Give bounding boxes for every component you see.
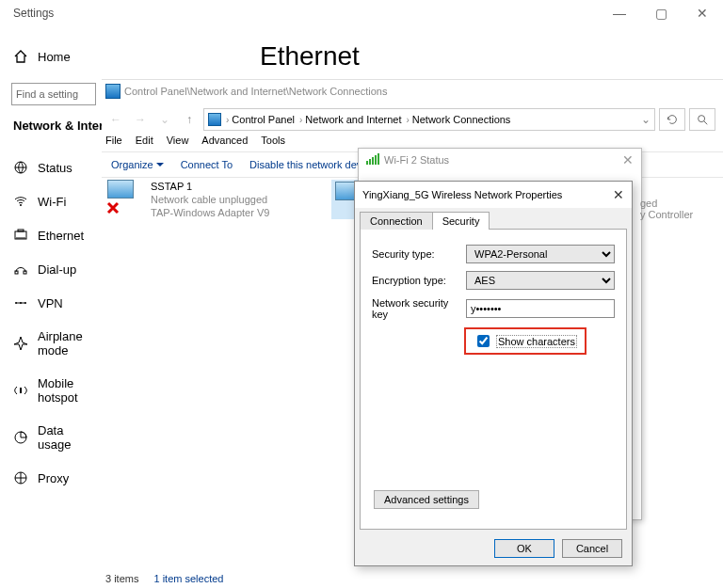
wifi-icon xyxy=(13,194,28,209)
tabs: Connection Security xyxy=(355,208,632,230)
menu-edit[interactable]: Edit xyxy=(136,135,153,146)
crumb-0[interactable]: Control Panel xyxy=(232,114,295,125)
svg-rect-22 xyxy=(378,153,379,165)
sidebar-item-label: Airplane mode xyxy=(38,329,85,358)
sidebar-item-label: Wi-Fi xyxy=(38,195,66,209)
close-button[interactable]: ✕ xyxy=(682,0,723,26)
encryption-type-select[interactable]: AES xyxy=(466,271,615,290)
find-setting-input[interactable]: Find a setting xyxy=(11,83,96,105)
data-usage-icon xyxy=(13,430,28,445)
network-item-sstap[interactable]: SSTAP 1 Network cable unplugged TAP-Wind… xyxy=(105,180,294,219)
chevron-down-icon[interactable]: ⌄ xyxy=(641,113,651,126)
nav-row: ← → ⌄ ↑ ›Control Panel ›Network and Inte… xyxy=(105,108,715,131)
item-sub2: TAP-Windows Adapter V9 xyxy=(151,206,269,219)
svg-rect-5 xyxy=(24,271,26,274)
sidebar-item-airplane[interactable]: Airplane mode xyxy=(0,320,98,367)
breadcrumb[interactable]: ›Control Panel ›Network and Internet ›Ne… xyxy=(203,108,655,131)
item-count: 3 items xyxy=(105,573,138,584)
cancel-button[interactable]: Cancel xyxy=(562,539,622,558)
show-characters-highlight: Show characters xyxy=(464,327,586,355)
ethernet-icon xyxy=(13,228,28,243)
truncated-text-2: y Controller xyxy=(640,209,693,220)
security-key-label: Network security key xyxy=(372,297,466,320)
truncated-text-1: ged xyxy=(640,198,657,209)
error-x-icon xyxy=(105,200,120,215)
show-characters-label: Show characters xyxy=(496,335,577,348)
menu-tools[interactable]: Tools xyxy=(261,135,285,146)
sidebar-item-label: Mobile hotspot xyxy=(38,376,85,405)
advanced-settings-button[interactable]: Advanced settings xyxy=(374,490,479,509)
close-icon[interactable]: ✕ xyxy=(622,152,634,167)
maximize-button[interactable]: ▢ xyxy=(640,0,682,26)
up-button[interactable]: ↑ xyxy=(179,109,200,130)
crumb-1[interactable]: Network and Internet xyxy=(305,114,401,125)
tab-connection[interactable]: Connection xyxy=(360,212,433,230)
svg-point-12 xyxy=(699,116,705,122)
sidebar-item-hotspot[interactable]: Mobile hotspot xyxy=(0,367,98,414)
dialog-title: YingXiang_5G Wireless Network Properties xyxy=(362,189,562,200)
item-sub1: Network cable unplugged xyxy=(151,193,269,206)
sidebar-item-vpn[interactable]: VPN xyxy=(0,286,98,320)
svg-point-1 xyxy=(20,204,22,206)
organize-button[interactable]: Organize xyxy=(111,159,164,170)
svg-rect-4 xyxy=(15,271,18,274)
encryption-type-label: Encryption type: xyxy=(372,275,466,286)
page-title: Ethernet xyxy=(260,41,360,72)
back-button[interactable]: ← xyxy=(105,109,126,130)
sidebar-item-label: Status xyxy=(38,161,72,175)
disable-device-button[interactable]: Disable this network device xyxy=(249,159,375,170)
item-selected: 1 item selected xyxy=(153,573,223,584)
svg-rect-3 xyxy=(18,230,24,231)
show-characters-checkbox[interactable] xyxy=(477,335,490,347)
home-row[interactable]: Home xyxy=(13,49,71,64)
svg-rect-20 xyxy=(372,157,374,165)
forward-button[interactable]: → xyxy=(130,109,151,130)
connect-to-button[interactable]: Connect To xyxy=(181,159,233,170)
signal-bars-icon xyxy=(366,153,379,167)
home-icon xyxy=(13,49,28,64)
wireless-properties-dialog: YingXiang_5G Wireless Network Properties… xyxy=(354,181,633,566)
minimize-button[interactable]: — xyxy=(599,0,640,26)
svg-rect-18 xyxy=(366,161,368,165)
svg-rect-19 xyxy=(369,159,371,165)
home-label: Home xyxy=(38,50,71,64)
chevron-down-icon xyxy=(156,163,164,167)
control-panel-path: Control Panel\Network and Internet\Netwo… xyxy=(105,84,387,99)
item-name: SSTAP 1 xyxy=(151,180,269,193)
proxy-icon xyxy=(13,470,28,485)
menu-file[interactable]: File xyxy=(105,135,122,146)
menu-advanced[interactable]: Advanced xyxy=(201,135,248,146)
dialup-icon xyxy=(13,262,28,277)
svg-rect-9 xyxy=(20,388,22,393)
search-button[interactable] xyxy=(689,108,715,131)
tab-security[interactable]: Security xyxy=(432,212,490,230)
sidebar-item-dialup[interactable]: Dial-up xyxy=(0,252,98,286)
sidebar-item-ethernet[interactable]: Ethernet xyxy=(0,218,98,252)
cp-path-text: Control Panel\Network and Internet\Netwo… xyxy=(124,86,387,97)
control-panel-icon xyxy=(208,113,221,126)
sidebar-item-label: Dial-up xyxy=(38,262,76,277)
airplane-icon xyxy=(13,336,28,351)
ok-button[interactable]: OK xyxy=(494,539,554,558)
items-area: SSTAP 1 Network cable unplugged TAP-Wind… xyxy=(105,180,378,219)
crumb-2[interactable]: Network Connections xyxy=(412,114,511,125)
sidebar-item-label: VPN xyxy=(38,296,63,310)
tab-body: Security type: WPA2-Personal Encryption … xyxy=(360,229,627,530)
menubar: File Edit View Advanced Tools xyxy=(105,135,285,146)
vpn-icon xyxy=(13,295,28,310)
sidebar-item-wifi[interactable]: Wi-Fi xyxy=(0,184,98,218)
hotspot-icon xyxy=(13,383,28,398)
sidebar-item-datausage[interactable]: Data usage xyxy=(0,414,98,461)
sidebar-item-status[interactable]: Status xyxy=(0,151,98,184)
security-key-input[interactable] xyxy=(466,299,615,318)
sidebar-item-label: Proxy xyxy=(38,471,69,485)
security-type-select[interactable]: WPA2-Personal xyxy=(466,245,615,263)
control-panel-icon xyxy=(105,84,120,99)
sidebar-item-proxy[interactable]: Proxy xyxy=(0,461,98,495)
security-type-label: Security type: xyxy=(372,248,466,260)
menu-view[interactable]: View xyxy=(167,135,189,146)
refresh-button[interactable] xyxy=(659,108,685,131)
recent-button[interactable]: ⌄ xyxy=(154,109,175,130)
side-nav: Status Wi-Fi Ethernet Dial-up VPN Airpla… xyxy=(0,151,98,495)
close-icon[interactable]: ✕ xyxy=(613,187,624,202)
